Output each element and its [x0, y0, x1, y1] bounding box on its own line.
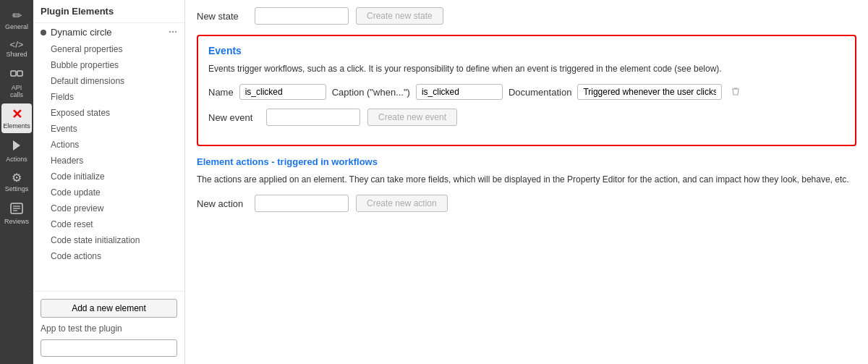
events-fields-row: Name Caption ("when...") Documentation: [208, 84, 845, 100]
icon-bar: ✏ General </> Shared API calls ✕ Element…: [0, 0, 33, 364]
new-event-label: New event: [208, 112, 259, 123]
svg-marker-2: [13, 140, 20, 151]
name-field-input[interactable]: [239, 84, 326, 100]
sidebar-item-settings[interactable]: ⚙ Settings: [1, 168, 32, 196]
events-title: Events: [208, 45, 845, 56]
sidebar-nav-item[interactable]: Events: [33, 121, 184, 137]
actions-icon: [10, 139, 23, 154]
new-event-input[interactable]: [266, 109, 360, 126]
sidebar-nav-item[interactable]: Code initialize: [33, 169, 184, 185]
plugin-element-item[interactable]: Dynamic circle: [33, 23, 184, 41]
sidebar-header: Plugin Elements: [33, 0, 184, 23]
new-state-input[interactable]: [255, 7, 349, 25]
caption-field-label: Caption ("when..."): [332, 87, 410, 98]
nav-items: General propertiesBubble propertiesDefau…: [33, 41, 184, 264]
api-icon: [10, 67, 23, 82]
elements-icon: ✕: [12, 108, 22, 121]
new-action-label: New action: [197, 198, 247, 209]
actions-label: Actions: [6, 156, 27, 164]
main-content: New state Create new state Events Events…: [185, 0, 868, 364]
sidebar-nav-item[interactable]: Headers: [33, 153, 184, 169]
sidebar-nav-item[interactable]: Code state initialization: [33, 232, 184, 248]
name-field-label: Name: [208, 87, 234, 98]
add-new-element-button[interactable]: Add a new element: [41, 299, 177, 318]
delete-event-icon[interactable]: [731, 86, 741, 98]
sidebar: Plugin Elements Dynamic circle General p…: [33, 0, 185, 364]
pencil-icon: ✏: [12, 10, 22, 22]
sidebar-nav-item[interactable]: Default dimensions: [33, 73, 184, 89]
create-new-event-button[interactable]: Create new event: [367, 109, 457, 126]
app-test-label: App to test the plugin: [41, 323, 177, 334]
settings-icon: ⚙: [12, 172, 22, 184]
settings-label: Settings: [5, 185, 29, 193]
svg-rect-0: [11, 71, 16, 76]
sidebar-footer: Add a new element App to test the plugin: [33, 291, 184, 364]
element-options-icon[interactable]: [169, 27, 177, 38]
events-section: Events Events trigger workflows, such as…: [197, 35, 856, 146]
sidebar-nav-item[interactable]: Code reset: [33, 216, 184, 232]
sidebar-nav-item[interactable]: Bubble properties: [33, 57, 184, 73]
new-event-row: New event Create new event: [208, 109, 845, 126]
sidebar-nav-item[interactable]: Code actions: [33, 248, 184, 264]
sidebar-nav-item[interactable]: Actions: [33, 137, 184, 153]
create-new-state-button[interactable]: Create new state: [356, 7, 443, 25]
app-test-input[interactable]: [41, 339, 177, 357]
sidebar-nav-item[interactable]: Fields: [33, 89, 184, 105]
svg-rect-1: [17, 71, 22, 76]
svg-point-9: [175, 30, 176, 32]
new-state-row: New state Create new state: [197, 7, 856, 25]
sidebar-item-actions[interactable]: Actions: [1, 135, 32, 166]
sidebar-item-reviews[interactable]: Reviews: [1, 198, 32, 229]
api-label: API calls: [4, 84, 29, 100]
create-new-action-button[interactable]: Create new action: [356, 195, 448, 212]
caption-field-input[interactable]: [416, 84, 503, 100]
sidebar-nav-item[interactable]: Code preview: [33, 200, 184, 216]
reviews-icon: [10, 202, 23, 216]
shared-label: Shared: [6, 51, 27, 59]
new-action-row: New action Create new action: [197, 195, 856, 212]
sidebar-item-shared[interactable]: </> Shared: [1, 35, 32, 62]
doc-field-label: Documentation: [509, 87, 571, 98]
code-icon: </>: [10, 40, 24, 49]
sidebar-nav-item[interactable]: Code update: [33, 185, 184, 200]
sidebar-item-general[interactable]: ✏ General: [1, 6, 32, 34]
sidebar-nav-item[interactable]: General properties: [33, 41, 184, 57]
general-label: General: [5, 23, 28, 31]
element-actions-description: The actions are applied on an element. T…: [197, 173, 856, 186]
elements-label: Elements: [3, 122, 30, 130]
new-state-label: New state: [197, 11, 247, 22]
sidebar-nav-item[interactable]: Exposed states: [33, 105, 184, 121]
element-name: Dynamic circle: [51, 27, 169, 38]
events-description: Events trigger workflows, such as a clic…: [208, 62, 845, 75]
element-visibility-dot: [41, 30, 46, 35]
doc-field-input[interactable]: [577, 84, 722, 100]
reviews-label: Reviews: [4, 218, 29, 226]
svg-point-8: [172, 30, 174, 32]
element-actions-link[interactable]: Element actions - triggered in workflows: [197, 156, 856, 167]
svg-point-7: [169, 30, 171, 32]
sidebar-item-elements[interactable]: ✕ Elements: [1, 103, 32, 133]
new-action-input[interactable]: [255, 195, 349, 212]
sidebar-item-api[interactable]: API calls: [1, 63, 32, 103]
